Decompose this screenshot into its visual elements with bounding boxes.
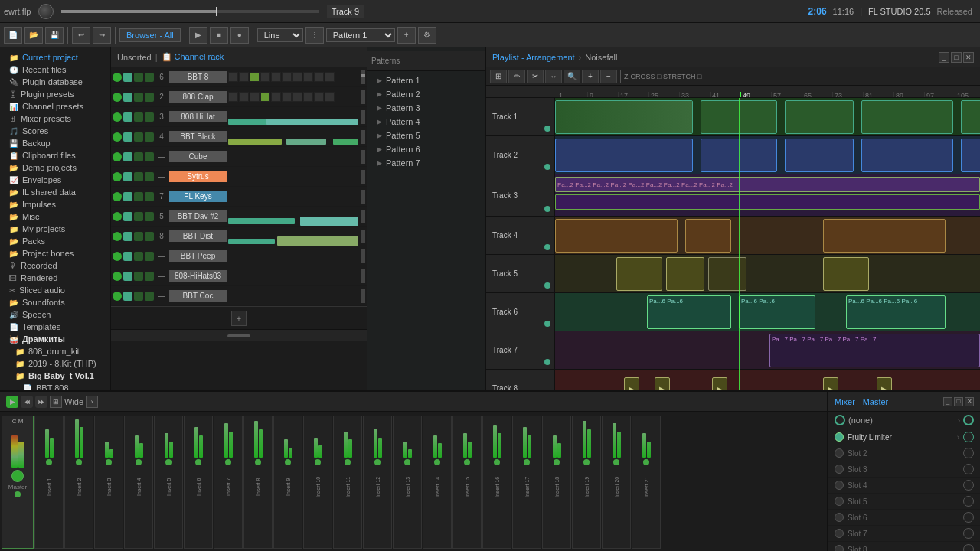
sidebar-item-current-project[interactable]: 📁 Current project bbox=[0, 51, 110, 64]
ch-fader[interactable] bbox=[361, 269, 365, 283]
pattern-item-2[interactable]: ▶ Pattern 2 bbox=[368, 87, 485, 101]
insert-dot[interactable] bbox=[554, 459, 560, 465]
ch-btn-1[interactable] bbox=[134, 252, 143, 261]
sidebar-item-soundfonts[interactable]: 📂 Soundfonts bbox=[0, 296, 110, 308]
pad[interactable] bbox=[314, 92, 324, 102]
pattern-item-1[interactable]: ▶ Pattern 1 bbox=[368, 73, 485, 87]
fx-options[interactable] bbox=[963, 432, 974, 442]
insert-dot[interactable] bbox=[76, 459, 82, 465]
sidebar-item-big-baby[interactable]: 📁 Big Baby_t Vol.1 bbox=[0, 370, 110, 382]
ch-btn-green[interactable] bbox=[123, 232, 132, 241]
block[interactable]: Pa...6 Pa...6 Pa...6 Pa...6 bbox=[846, 295, 946, 329]
mixer-arrow-btn[interactable]: › bbox=[86, 396, 98, 408]
ch-btn-1[interactable] bbox=[134, 272, 143, 281]
audio-marker[interactable]: ▶ bbox=[712, 377, 727, 390]
pad[interactable] bbox=[260, 92, 270, 102]
pad[interactable] bbox=[228, 92, 238, 102]
sidebar-item-channel-presets[interactable]: 📊 Channel presets bbox=[0, 100, 110, 112]
minimize-btn[interactable]: _ bbox=[939, 52, 949, 63]
insert-dot[interactable] bbox=[524, 459, 530, 465]
audio-marker[interactable]: ▶ bbox=[823, 377, 838, 390]
ch-btn-green[interactable] bbox=[123, 152, 132, 161]
ch-btn-2[interactable] bbox=[145, 252, 154, 261]
ch-btn-green[interactable] bbox=[123, 172, 132, 181]
pattern-item-5[interactable]: ▶ Pattern 5 bbox=[368, 129, 485, 142]
sidebar-item-2019-kit[interactable]: 📁 2019 - 8.Kit (THP) bbox=[0, 357, 110, 370]
sidebar-item-dramkity[interactable]: 🥁 Драмкиты bbox=[0, 333, 110, 345]
ch-btn-green[interactable] bbox=[123, 192, 132, 201]
open-btn[interactable]: 📂 bbox=[24, 27, 43, 44]
pattern-item-6[interactable]: ▶ Pattern 6 bbox=[368, 142, 485, 156]
ch-fader[interactable] bbox=[361, 70, 365, 84]
pad[interactable] bbox=[282, 92, 292, 102]
block[interactable] bbox=[961, 139, 980, 172]
insert-dot[interactable] bbox=[494, 459, 500, 465]
ch-btn-2[interactable] bbox=[145, 112, 154, 122]
ch-btn-green[interactable] bbox=[123, 93, 132, 102]
ch-btn-2[interactable] bbox=[145, 152, 154, 161]
ch-fader-bar[interactable] bbox=[111, 329, 367, 341]
line-select[interactable]: Line Draw Paint bbox=[257, 28, 303, 42]
audio-marker[interactable]: ▶ bbox=[624, 377, 639, 390]
browser-button[interactable]: Browser - All bbox=[119, 28, 181, 42]
maximize-btn[interactable]: □ bbox=[954, 397, 963, 406]
preset-arrow[interactable]: › bbox=[958, 416, 960, 425]
new-btn[interactable]: 📄 bbox=[4, 27, 22, 44]
fx-dot-empty[interactable] bbox=[835, 513, 844, 522]
fx-dot-empty[interactable] bbox=[835, 465, 844, 474]
ch-btn-1[interactable] bbox=[134, 212, 143, 221]
sidebar-item-scores[interactable]: 🎵 Scores bbox=[0, 125, 110, 137]
tempo-knob[interactable] bbox=[38, 4, 54, 19]
ch-fader[interactable] bbox=[361, 150, 365, 164]
ch-name-4[interactable]: BBT Black bbox=[169, 131, 227, 142]
audio-marker[interactable]: ▶ bbox=[877, 377, 892, 390]
fx-dot-empty[interactable] bbox=[835, 448, 844, 458]
ch-name-bbt-dav[interactable]: BBT Dav #2 bbox=[169, 210, 227, 222]
mixer-next-btn[interactable]: ⏭ bbox=[35, 396, 47, 408]
sidebar-item-demo[interactable]: 📂 Demo projects bbox=[0, 161, 110, 174]
pattern-item-7[interactable]: ▶ Pattern 7 bbox=[368, 156, 485, 170]
fx-dot-empty[interactable] bbox=[835, 481, 844, 490]
pattern-options[interactable]: ⚙ bbox=[418, 27, 436, 44]
ch-btn-1[interactable] bbox=[134, 232, 143, 241]
sidebar-item-impulses[interactable]: 📂 Impulses bbox=[0, 198, 110, 210]
sidebar-item-misc[interactable]: 📂 Misc bbox=[0, 210, 110, 223]
sidebar-item-envelopes[interactable]: 📈 Envelopes bbox=[0, 174, 110, 186]
audio-marker[interactable]: ▶ bbox=[655, 377, 670, 390]
record-btn[interactable]: ● bbox=[230, 27, 249, 44]
ch-btn-2[interactable] bbox=[145, 292, 154, 301]
track-content-7[interactable]: Pa...7 Pa...7 Pa...7 Pa...7 Pa...7 Pa...… bbox=[555, 331, 980, 369]
track-content-6[interactable]: Pa...6 Pa...6 Pa...6 Pa...6 Pa...6 Pa...… bbox=[555, 293, 980, 331]
block[interactable] bbox=[555, 219, 678, 253]
pad[interactable] bbox=[250, 72, 260, 82]
preset-icon[interactable] bbox=[835, 415, 845, 425]
track-content-1[interactable] bbox=[555, 98, 980, 135]
playlist-tb-btn[interactable]: ⊞ bbox=[490, 70, 507, 83]
insert-dot[interactable] bbox=[643, 459, 649, 465]
sidebar-item-clipboard[interactable]: 📋 Clipboard files bbox=[0, 149, 110, 161]
block[interactable] bbox=[555, 100, 693, 134]
mixer-prev-btn[interactable]: ⏮ bbox=[21, 396, 33, 408]
ch-btn-2[interactable] bbox=[145, 232, 154, 241]
sidebar-item-rendered[interactable]: 🎞 Rendered bbox=[0, 272, 110, 284]
ch-btn-2[interactable] bbox=[145, 212, 154, 221]
ch-name-sytrus[interactable]: Sytrus bbox=[169, 171, 227, 182]
pad[interactable] bbox=[239, 72, 249, 82]
pad[interactable] bbox=[228, 72, 238, 82]
playlist-tb-btn[interactable]: 🔍 bbox=[564, 70, 580, 83]
ch-btn-1[interactable] bbox=[134, 172, 143, 181]
add-channel-btn[interactable]: + bbox=[231, 311, 247, 326]
ch-fader[interactable] bbox=[361, 230, 365, 243]
pad[interactable] bbox=[303, 72, 313, 82]
playlist-tb-btn[interactable]: ✂ bbox=[527, 70, 544, 83]
pattern-select[interactable]: Pattern 1 Pattern 2 Pattern 3 bbox=[326, 28, 395, 42]
pad[interactable] bbox=[292, 72, 302, 82]
insert-dot[interactable] bbox=[464, 459, 470, 465]
block[interactable] bbox=[555, 139, 693, 172]
block[interactable] bbox=[961, 100, 980, 134]
sidebar-item-808-drum-kit[interactable]: 📁 808_drum_kit bbox=[0, 345, 110, 357]
ch-btn-1[interactable] bbox=[134, 192, 143, 201]
ch-name-bbt-coc[interactable]: BBT Coc bbox=[169, 290, 227, 302]
sidebar-item-my-projects[interactable]: 📁 My projects bbox=[0, 223, 110, 235]
block[interactable] bbox=[861, 100, 953, 134]
